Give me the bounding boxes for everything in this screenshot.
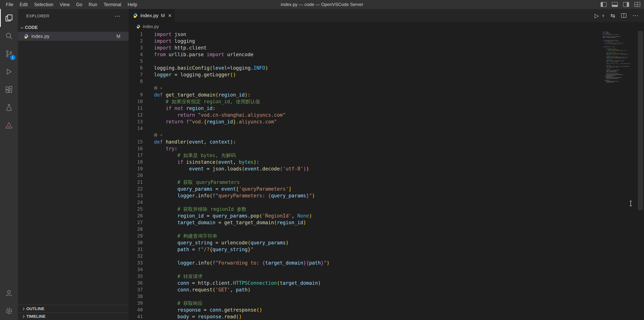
settings-button[interactable] [0, 302, 18, 320]
code-line: 41 body = response.read() [128, 313, 644, 320]
line-number: 29 [128, 233, 143, 239]
toggle-primary-sidebar-icon[interactable] [601, 2, 606, 7]
extensions-activity-button[interactable] [0, 81, 18, 99]
line-number: 10 [128, 98, 143, 105]
line-number: 2 [128, 38, 143, 44]
more-actions-icon[interactable]: ⋯ [632, 12, 638, 19]
code-line: 24 [128, 199, 644, 206]
python-file-icon [136, 24, 140, 29]
line-number: 15 [128, 139, 143, 145]
outline-section-header[interactable]: OUTLINE [18, 305, 128, 313]
breadcrumb: index.py [128, 22, 644, 31]
line-number: 8 [128, 78, 143, 85]
code-line: 12 return "vod.cn-shanghai.aliyuncs.com" [128, 112, 644, 118]
line-number: 37 [128, 286, 143, 293]
code-line: 38 [128, 293, 644, 300]
scrollbar-thumb[interactable] [638, 31, 643, 210]
line-number: 36 [128, 280, 143, 286]
tab-close-icon[interactable]: × [168, 12, 172, 18]
code-line: 21 # 获取 queryParameters [128, 179, 644, 186]
code-line: 35 # 转发请求 [128, 273, 644, 280]
code-line: 10 # 如果没有指定 region_id, 使用默认值 [128, 98, 644, 105]
editor-actions: ▷ ∨ ⇆ ⋯ [595, 9, 644, 22]
code-line: 5 [128, 58, 644, 65]
customize-layout-icon[interactable] [634, 2, 640, 7]
git-modified-badge: M [116, 34, 120, 39]
line-number: 17 [128, 152, 143, 159]
code-line: 18 if isinstance(event, bytes): [128, 159, 644, 165]
code-line: 40 response = conn.getresponse() [128, 307, 644, 313]
line-number: 40 [128, 307, 143, 313]
code-line: 20 [128, 172, 644, 179]
code-line: 17 # 如果是 bytes, 先解码 [128, 152, 644, 159]
code-line: 37 conn.request('GET', path) [128, 286, 644, 293]
line-number: 5 [128, 58, 143, 65]
line-number: 22 [128, 186, 143, 192]
codelens-chevron-icon: ∨ [160, 132, 162, 139]
workspace-section-header[interactable]: CODE [18, 23, 128, 32]
open-changes-icon[interactable]: ⇆ [610, 12, 615, 19]
source-control-activity-button[interactable]: 1 [0, 45, 18, 63]
line-number: 20 [128, 172, 143, 179]
menu-run[interactable]: Run [86, 0, 100, 9]
menu-go[interactable]: Go [73, 0, 86, 9]
tab-indexpy[interactable]: index.py M × [128, 9, 174, 22]
line-number: 34 [128, 266, 143, 273]
run-dropdown-icon[interactable]: ∨ [602, 13, 604, 18]
chevron-right-icon [22, 307, 25, 310]
split-editor-icon[interactable] [621, 13, 626, 18]
line-number: 38 [128, 293, 143, 300]
run-debug-activity-button[interactable] [0, 63, 18, 81]
sidebar-explorer: EXPLORER ⋯ CODE index.py M OUTLINE [18, 9, 128, 320]
line-number: 41 [128, 313, 143, 320]
code-line: 22 query_params = event['queryParameters… [128, 186, 644, 192]
line-number: 26 [128, 213, 143, 219]
codelens-row[interactable]: 疼∨ [128, 132, 644, 139]
explorer-activity-button[interactable] [0, 9, 18, 27]
vertical-scrollbar [636, 31, 644, 320]
search-icon [5, 32, 13, 40]
testing-activity-button[interactable] [0, 99, 18, 116]
toggle-panel-icon[interactable] [612, 2, 618, 7]
run-python-file-button[interactable]: ▷ [595, 12, 599, 19]
line-number [128, 132, 143, 139]
line-number: 13 [128, 118, 143, 125]
serverless-extension-activity-button[interactable] [0, 116, 18, 134]
line-number: 21 [128, 179, 143, 186]
line-number: 33 [128, 260, 143, 266]
line-number: 25 [128, 206, 143, 213]
explorer-more-actions-icon[interactable]: ⋯ [114, 12, 120, 19]
line-number: 3 [128, 44, 143, 51]
menu-view[interactable]: View [56, 0, 73, 9]
account-button[interactable] [0, 284, 18, 302]
file-row-indexpy[interactable]: index.py M [18, 32, 128, 41]
menu-edit[interactable]: Edit [16, 0, 31, 9]
toggle-secondary-sidebar-icon[interactable] [623, 2, 629, 7]
line-number: 30 [128, 239, 143, 246]
search-activity-button[interactable] [0, 27, 18, 45]
line-number: 11 [128, 105, 143, 112]
code-line: 13 return f"vod.{region_id}.aliyuncs.com… [128, 118, 644, 125]
tab-bar: index.py M × ▷ ∨ ⇆ ⋯ [128, 9, 644, 22]
line-number: 27 [128, 219, 143, 226]
outline-label: OUTLINE [26, 306, 44, 311]
explorer-header: EXPLORER ⋯ [18, 9, 128, 23]
code-line: 33 logger.info(f"Forwarding to: {target_… [128, 260, 644, 266]
menu-selection[interactable]: Selection [31, 0, 56, 9]
code-line: 15def handler(event, context): [128, 139, 644, 145]
code-editor[interactable]: 1import json2import logging3import http.… [128, 31, 644, 320]
menu-file[interactable]: File [2, 0, 16, 9]
menu-terminal[interactable]: Terminal [100, 0, 124, 9]
code-line: 3import http.client [128, 44, 644, 51]
window-title: index.py — code — OpenVSCode Server [281, 2, 363, 7]
code-line: 28 [128, 226, 644, 233]
minimap[interactable]: import jsonimport loggingimport http.cli… [602, 31, 630, 83]
codelens-row[interactable]: 疼∨ [128, 85, 644, 91]
breadcrumb-item-file[interactable]: index.py [143, 24, 159, 29]
gear-icon [5, 307, 13, 315]
code-line: 39 # 获取响应 [128, 300, 644, 307]
menu-help[interactable]: Help [124, 0, 140, 9]
timeline-section-header[interactable]: TIMELINE [18, 313, 128, 320]
code-line: 31 path = f"/?{query_string}" [128, 246, 644, 253]
codelens-ai-icon: 疼 [154, 85, 158, 91]
